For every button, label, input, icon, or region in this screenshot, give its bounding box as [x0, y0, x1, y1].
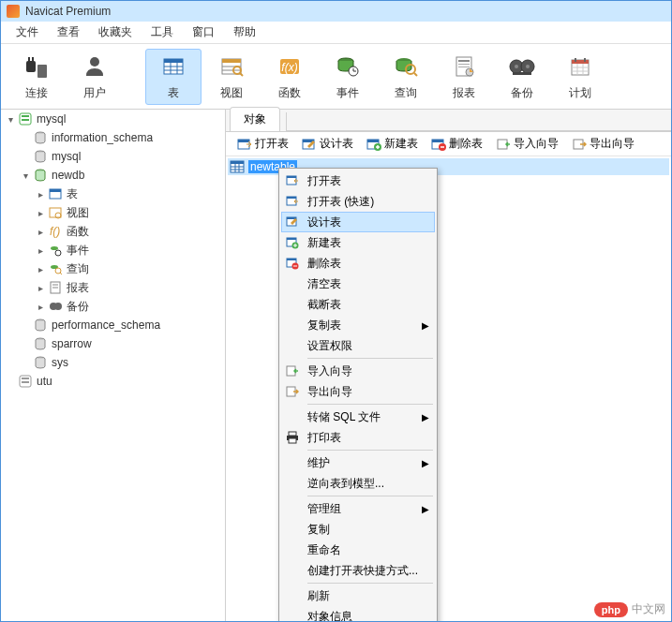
toolbar-plan[interactable]: 计划 [552, 49, 608, 105]
tree-node[interactable]: ▸表 [1, 185, 225, 203]
menu-tools[interactable]: 工具 [142, 22, 183, 42]
context-menu-item[interactable]: 对象信息 [281, 606, 435, 622]
menu-help[interactable]: 帮助 [224, 22, 265, 42]
tree-toggle-icon[interactable]: ▸ [35, 207, 46, 218]
toolbar-connect[interactable]: 连接 [8, 49, 65, 105]
tree-node[interactable]: sparrow [1, 334, 225, 353]
tree-toggle-icon[interactable]: ▸ [35, 244, 46, 256]
context-menu-item[interactable]: 删除表 [281, 253, 435, 274]
tree-toggle-icon[interactable] [20, 132, 31, 143]
svg-point-56 [51, 246, 58, 250]
tree-toggle-icon[interactable]: ▸ [35, 226, 46, 237]
menu-window[interactable]: 窗口 [183, 22, 224, 42]
action-open-table[interactable]: 打开表 [231, 134, 294, 154]
context-menu-item[interactable]: 清空表 [281, 274, 435, 294]
tree-node[interactable]: mysql [1, 147, 225, 166]
menu-favorites[interactable]: 收藏夹 [89, 22, 142, 42]
tree-toggle-icon[interactable]: ▸ [35, 282, 46, 293]
tree-node[interactable]: ▸视图 [1, 203, 225, 222]
action-design-table[interactable]: 设计表 [296, 134, 359, 154]
toolbar-backup[interactable]: 备份 [494, 49, 550, 105]
tree-node[interactable]: ▾mysql [1, 110, 225, 128]
tree-toggle-icon[interactable] [20, 319, 31, 331]
context-menu-item[interactable]: 刷新 [281, 585, 435, 606]
tree-node[interactable]: information_schema [1, 128, 225, 147]
tree-node[interactable]: sys [1, 353, 225, 372]
tree-node[interactable]: ▸f()函数 [1, 222, 225, 241]
context-menu-item[interactable]: 导出向导 [281, 381, 435, 402]
watermark: php 中文网 [594, 601, 665, 617]
tree-node-label: mysql [37, 112, 66, 126]
toolbar-view[interactable]: 视图 [203, 49, 260, 105]
tree-node[interactable]: performance_schema [1, 316, 225, 334]
menu-separator [307, 358, 433, 359]
context-menu-item[interactable]: 设置权限 [281, 335, 435, 356]
svg-rect-0 [26, 61, 36, 72]
context-menu-item[interactable]: 导入向导 [281, 361, 435, 381]
context-menu-item[interactable]: 新建表 [281, 232, 435, 253]
sidebar-tree[interactable]: ▾mysqlinformation_schemamysql▾newdb▸表▸视图… [1, 110, 226, 621]
tree-toggle-icon[interactable]: ▾ [5, 113, 16, 125]
toolbar-function[interactable]: f(x) 函数 [261, 49, 318, 105]
tree-toggle-icon[interactable] [20, 338, 31, 349]
watermark-text: 中文网 [632, 601, 665, 617]
toolbar-connect-label: 连接 [25, 85, 48, 101]
tree-toggle-icon[interactable] [5, 376, 16, 387]
user-icon [80, 52, 110, 81]
tree-node[interactable]: ▸查询 [1, 259, 225, 278]
context-menu-item[interactable]: 截断表 [281, 294, 435, 315]
tree-toggle-icon[interactable]: ▸ [35, 263, 46, 274]
context-menu-item[interactable]: 复制 [281, 519, 435, 540]
context-menu[interactable]: 打开表打开表 (快速)设计表新建表删除表清空表截断表复制表▶设置权限导入向导导出… [278, 168, 438, 622]
toolbar-user[interactable]: 用户 [67, 49, 123, 105]
tree-node[interactable]: ▸备份 [1, 297, 225, 316]
tree-node[interactable]: ▸报表 [1, 278, 225, 297]
context-menu-item-label: 逆向表到模型... [307, 476, 384, 492]
menu-separator [307, 404, 433, 405]
tree-node[interactable]: utu [1, 372, 225, 391]
action-export-wizard[interactable]: 导出向导 [566, 134, 640, 154]
context-menu-item[interactable]: 转储 SQL 文件▶ [281, 407, 435, 427]
context-menu-item[interactable]: 重命名 [281, 540, 435, 560]
tree-node[interactable]: ▸事件 [1, 241, 225, 259]
context-menu-item[interactable]: 设计表 [281, 212, 435, 232]
context-menu-item[interactable]: 维护▶ [281, 452, 435, 473]
menu-file[interactable]: 文件 [7, 22, 48, 42]
tree-node-label: mysql [52, 150, 81, 163]
db-icon [33, 130, 48, 145]
tree-toggle-icon[interactable] [20, 151, 31, 162]
tree-node-label: utu [37, 375, 52, 388]
tree-toggle-icon[interactable]: ▸ [35, 188, 46, 200]
tree-toggle-icon[interactable]: ▸ [35, 301, 46, 312]
action-new-table[interactable]: 新建表 [361, 134, 424, 154]
context-menu-item[interactable]: 打开表 [281, 170, 435, 191]
tab-objects[interactable]: 对象 [230, 107, 280, 131]
menu-view[interactable]: 查看 [48, 22, 89, 42]
context-menu-item[interactable]: 管理组▶ [281, 498, 435, 519]
action-delete-table[interactable]: 删除表 [426, 134, 488, 154]
tree-node[interactable]: ▾newdb [1, 166, 225, 185]
toolbar-event[interactable]: 事件 [320, 49, 376, 105]
tree-toggle-icon[interactable]: ▾ [20, 170, 31, 181]
context-menu-item-label: 删除表 [307, 256, 341, 272]
context-menu-item[interactable]: 打开表 (快速) [281, 191, 435, 212]
plug-icon [22, 52, 52, 81]
context-menu-item[interactable]: 逆向表到模型... [281, 473, 435, 494]
action-import-wizard[interactable]: 导入向导 [490, 134, 564, 154]
delete-table-icon [431, 137, 446, 152]
fx-icon: f() [48, 224, 63, 239]
delete-icon [285, 256, 300, 271]
context-menu-item[interactable]: 打印表 [281, 427, 435, 448]
tree-toggle-icon[interactable] [20, 357, 31, 368]
toolbar-table[interactable]: 表 [145, 49, 202, 105]
backup-icon [507, 52, 537, 81]
export-icon [572, 137, 587, 152]
context-menu-item-label: 重命名 [307, 542, 341, 558]
event-icon [48, 243, 63, 258]
svg-rect-46 [22, 115, 29, 117]
toolbar-report[interactable]: 报表 [436, 49, 492, 105]
context-menu-item[interactable]: 复制表▶ [281, 315, 435, 335]
context-menu-item[interactable]: 创建打开表快捷方式... [281, 560, 435, 581]
toolbar-query[interactable]: 查询 [378, 49, 434, 105]
db-icon [33, 149, 48, 164]
